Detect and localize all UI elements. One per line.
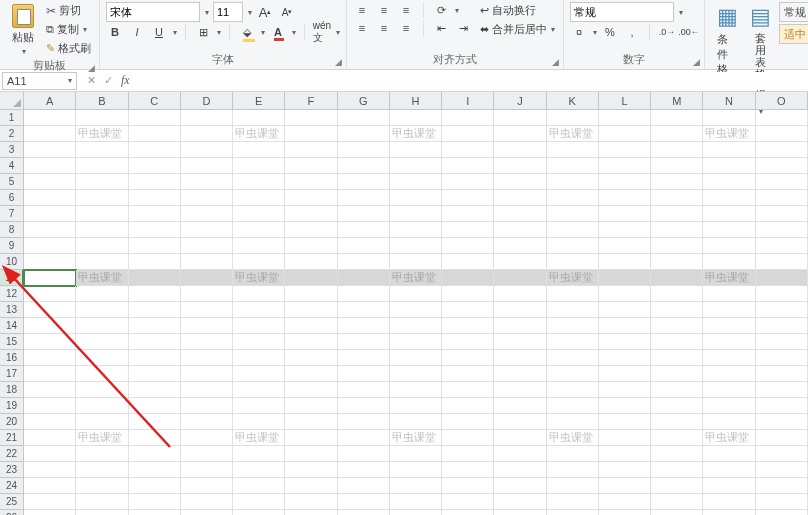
cell[interactable] — [547, 462, 599, 478]
cell[interactable] — [285, 446, 337, 462]
cell[interactable] — [547, 334, 599, 350]
cell[interactable] — [76, 158, 128, 174]
cell[interactable] — [390, 206, 442, 222]
cell[interactable] — [651, 398, 703, 414]
cell[interactable] — [24, 510, 76, 515]
cell[interactable] — [129, 494, 181, 510]
cell[interactable] — [442, 382, 494, 398]
cell[interactable] — [599, 254, 651, 270]
cell[interactable] — [494, 478, 546, 494]
cell[interactable] — [233, 334, 285, 350]
cell[interactable]: 甲虫课堂 — [76, 270, 128, 286]
cell[interactable] — [24, 430, 76, 446]
bold-button[interactable]: B — [106, 24, 124, 40]
cell[interactable] — [703, 334, 755, 350]
cell[interactable] — [651, 366, 703, 382]
cell[interactable]: 甲虫课堂 — [547, 270, 599, 286]
cell[interactable] — [76, 190, 128, 206]
border-button[interactable]: ⊞ — [194, 24, 212, 40]
cell[interactable] — [547, 158, 599, 174]
column-header[interactable]: C — [129, 92, 181, 110]
chevron-down-icon[interactable]: ▾ — [205, 8, 209, 17]
column-header[interactable]: O — [756, 92, 808, 110]
cell[interactable] — [24, 110, 76, 126]
align-bottom-button[interactable]: ≡ — [397, 2, 415, 18]
cell[interactable] — [390, 318, 442, 334]
cell[interactable] — [285, 110, 337, 126]
cell[interactable] — [24, 446, 76, 462]
cell[interactable] — [233, 286, 285, 302]
row-header[interactable]: 12 — [0, 286, 24, 302]
cell[interactable] — [285, 126, 337, 142]
row-header[interactable]: 8 — [0, 222, 24, 238]
cell[interactable] — [651, 462, 703, 478]
cell[interactable] — [233, 382, 285, 398]
cell[interactable] — [442, 142, 494, 158]
paste-button[interactable]: 粘贴 ▾ — [6, 2, 40, 58]
cell[interactable] — [651, 222, 703, 238]
cell[interactable] — [442, 206, 494, 222]
cell[interactable] — [547, 142, 599, 158]
cell[interactable]: 甲虫课堂 — [233, 126, 285, 142]
cell[interactable] — [233, 478, 285, 494]
cell[interactable] — [547, 302, 599, 318]
cell[interactable] — [442, 366, 494, 382]
cell[interactable] — [338, 286, 390, 302]
cell[interactable] — [599, 238, 651, 254]
dialog-launcher-icon[interactable]: ◢ — [693, 57, 700, 67]
cell[interactable] — [181, 510, 233, 515]
row-header[interactable]: 16 — [0, 350, 24, 366]
cell[interactable] — [651, 478, 703, 494]
cell[interactable] — [76, 382, 128, 398]
cell[interactable] — [390, 414, 442, 430]
cell[interactable] — [442, 286, 494, 302]
cell[interactable] — [599, 174, 651, 190]
cell[interactable] — [285, 350, 337, 366]
cell[interactable] — [338, 222, 390, 238]
cell[interactable] — [24, 382, 76, 398]
row-header[interactable]: 22 — [0, 446, 24, 462]
cell[interactable] — [76, 366, 128, 382]
cell[interactable] — [24, 254, 76, 270]
cell[interactable] — [756, 366, 808, 382]
cell[interactable] — [390, 190, 442, 206]
cell[interactable] — [494, 190, 546, 206]
cell[interactable] — [285, 334, 337, 350]
cell[interactable] — [494, 254, 546, 270]
cell[interactable] — [599, 302, 651, 318]
row-header[interactable]: 9 — [0, 238, 24, 254]
cell[interactable] — [338, 510, 390, 515]
cell[interactable] — [338, 302, 390, 318]
cell[interactable] — [651, 206, 703, 222]
cell[interactable] — [76, 238, 128, 254]
cell[interactable] — [599, 286, 651, 302]
cell[interactable] — [651, 334, 703, 350]
cell[interactable] — [24, 494, 76, 510]
cell[interactable] — [181, 302, 233, 318]
cell[interactable] — [24, 414, 76, 430]
cell[interactable] — [651, 286, 703, 302]
cell[interactable] — [338, 126, 390, 142]
column-header[interactable]: N — [703, 92, 755, 110]
dialog-launcher-icon[interactable]: ◢ — [552, 57, 559, 67]
cell[interactable] — [599, 446, 651, 462]
cell[interactable] — [756, 158, 808, 174]
orientation-button[interactable]: ⟳ — [432, 2, 450, 18]
row-header[interactable]: 24 — [0, 478, 24, 494]
cell[interactable] — [233, 254, 285, 270]
cell[interactable] — [599, 318, 651, 334]
cell[interactable] — [703, 478, 755, 494]
cell[interactable] — [442, 254, 494, 270]
format-painter-button[interactable]: 格式刷 — [44, 40, 93, 57]
cell[interactable] — [129, 462, 181, 478]
cell[interactable] — [181, 430, 233, 446]
cell[interactable] — [442, 414, 494, 430]
cut-button[interactable]: 剪切 — [44, 2, 93, 19]
cell[interactable] — [494, 510, 546, 515]
cell[interactable] — [599, 382, 651, 398]
cell[interactable] — [181, 462, 233, 478]
cell[interactable] — [599, 430, 651, 446]
cell[interactable] — [338, 142, 390, 158]
cell[interactable] — [599, 478, 651, 494]
currency-button[interactable]: ¤ — [570, 24, 588, 40]
